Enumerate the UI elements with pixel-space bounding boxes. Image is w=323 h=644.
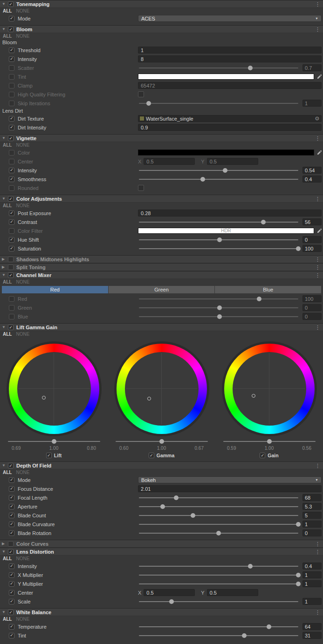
slider-handle[interactable] <box>267 624 271 629</box>
slider-track[interactable] <box>139 68 298 68</box>
slider-track[interactable] <box>139 601 298 602</box>
override-checkbox[interactable] <box>9 228 14 234</box>
slider-value-field[interactable]: 1 <box>302 521 322 528</box>
section-header-shadows-midtones-highlights[interactable]: ▶Shadows Midtones Highlights⋮ <box>0 255 323 263</box>
override-checkbox[interactable]: ✓ <box>9 210 14 216</box>
slider-track[interactable] <box>139 170 298 171</box>
slider-handle[interactable] <box>216 531 221 536</box>
slider-track[interactable] <box>139 248 298 249</box>
dropdown-mode[interactable]: Bokeh▼ <box>138 476 322 483</box>
slider-handle[interactable] <box>257 297 261 301</box>
override-all-button[interactable]: ALL <box>3 332 12 337</box>
slider-handle[interactable] <box>242 633 247 638</box>
slider-handle[interactable] <box>200 177 205 182</box>
override-checkbox[interactable] <box>9 65 14 71</box>
text-field[interactable]: 65472 <box>138 82 322 89</box>
y-field[interactable]: 0.5 <box>207 158 258 165</box>
slider-handle[interactable] <box>217 314 222 319</box>
override-checkbox[interactable] <box>9 150 14 156</box>
slider-track[interactable] <box>139 626 298 627</box>
slider-value-field[interactable]: 0.54 <box>302 167 322 174</box>
override-checkbox[interactable]: ✓ <box>9 486 14 492</box>
section-enabled-checkbox[interactable]: ✓ <box>8 1 14 7</box>
override-checkbox[interactable] <box>9 101 14 106</box>
slider-handle[interactable] <box>296 246 301 251</box>
more-menu-icon[interactable]: ⋮ <box>315 610 321 616</box>
slider-value-field[interactable]: 1 <box>302 571 322 578</box>
section-enabled-checkbox[interactable]: ✓ <box>8 196 14 202</box>
more-menu-icon[interactable]: ⋮ <box>315 264 321 271</box>
override-none-button[interactable]: NONE <box>16 556 29 561</box>
more-menu-icon[interactable]: ⋮ <box>315 541 321 547</box>
more-menu-icon[interactable]: ⋮ <box>315 463 321 469</box>
override-none-button[interactable]: NONE <box>16 142 29 148</box>
foldout-icon[interactable]: ▶ <box>2 542 8 546</box>
slider-track[interactable] <box>139 179 298 180</box>
color-wheel[interactable] <box>114 341 209 436</box>
slider-track[interactable] <box>139 524 298 525</box>
slider-track[interactable] <box>139 497 298 498</box>
slider-value-field[interactable]: 68 <box>302 494 322 501</box>
override-none-button[interactable]: NONE <box>16 332 29 337</box>
eyedropper-icon[interactable] <box>314 150 322 155</box>
slider-track[interactable] <box>139 506 298 507</box>
override-checkbox[interactable]: ✓ <box>9 116 14 122</box>
slider-track[interactable] <box>139 575 298 576</box>
slider-value-field[interactable]: 0 <box>302 529 322 536</box>
section-enabled-checkbox[interactable] <box>8 541 14 547</box>
section-header-vignette[interactable]: ▼✓Vignette⋮ <box>0 134 323 142</box>
foldout-icon[interactable]: ▼ <box>2 464 8 468</box>
tab-red[interactable]: Red <box>2 286 108 293</box>
text-field[interactable]: 2.01 <box>138 485 322 492</box>
section-enabled-checkbox[interactable]: ✓ <box>8 27 14 32</box>
more-menu-icon[interactable]: ⋮ <box>315 196 321 202</box>
wheel-marker[interactable] <box>42 396 46 400</box>
override-checkbox[interactable]: ✓ <box>9 599 14 604</box>
override-none-button[interactable]: NONE <box>16 203 29 208</box>
slider-track[interactable] <box>139 307 298 308</box>
more-menu-icon[interactable]: ⋮ <box>315 549 321 555</box>
section-header-lens-distortion[interactable]: ▼✓Lens Distortion⋮ <box>0 548 323 556</box>
text-field[interactable]: 1 <box>138 47 322 54</box>
slider-handle[interactable] <box>296 582 301 586</box>
slider-handle[interactable] <box>174 495 179 500</box>
color-wheel[interactable] <box>222 341 317 436</box>
slider-value-field[interactable]: 64 <box>302 623 322 630</box>
override-none-button[interactable]: NONE <box>16 470 29 475</box>
slider-track[interactable] <box>139 566 298 567</box>
foldout-icon[interactable]: ▶ <box>2 265 8 269</box>
color-wheel[interactable] <box>7 341 102 436</box>
eyedropper-icon[interactable] <box>314 229 322 233</box>
override-checkbox[interactable]: ✓ <box>9 633 14 638</box>
override-checkbox[interactable] <box>9 296 14 302</box>
slider-track[interactable] <box>139 222 298 223</box>
eyedropper-icon[interactable] <box>314 75 322 79</box>
override-checkbox[interactable] <box>9 185 14 191</box>
more-menu-icon[interactable]: ⋮ <box>315 1 321 7</box>
override-all-button[interactable]: ALL <box>3 279 12 285</box>
foldout-icon[interactable]: ▼ <box>2 136 8 140</box>
more-menu-icon[interactable]: ⋮ <box>315 325 321 331</box>
slider-handle[interactable] <box>248 564 253 569</box>
section-header-channel-mixer[interactable]: ▼✓Channel Mixer⋮ <box>0 271 323 279</box>
override-all-button[interactable]: ALL <box>3 617 12 622</box>
x-field[interactable]: 0.5 <box>144 589 195 596</box>
override-checkbox[interactable] <box>9 314 14 319</box>
slider-track[interactable] <box>139 515 298 516</box>
color-swatch[interactable]: HDR <box>138 228 314 234</box>
more-menu-icon[interactable]: ⋮ <box>315 27 321 33</box>
override-checkbox[interactable] <box>9 74 14 80</box>
slider-handle[interactable] <box>191 513 195 518</box>
section-header-tonemapping[interactable]: ▼✓Tonemapping⋮ <box>0 0 323 8</box>
slider-track[interactable] <box>139 583 298 584</box>
object-picker-icon[interactable]: ⊙ <box>314 115 320 122</box>
section-header-lift-gamma-gain[interactable]: ▼✓Lift Gamma Gain⋮ <box>0 323 323 331</box>
wheel-offset-slider[interactable] <box>223 439 316 444</box>
override-checkbox[interactable]: ✓ <box>9 16 14 21</box>
slider-value-field[interactable]: 0.4 <box>302 176 322 183</box>
override-checkbox[interactable]: ✓ <box>9 522 14 527</box>
override-none-button[interactable]: NONE <box>16 8 29 14</box>
foldout-icon[interactable]: ▶ <box>2 258 8 261</box>
override-checkbox[interactable]: ✓ <box>9 495 14 501</box>
override-all-button[interactable]: ALL <box>3 203 12 208</box>
